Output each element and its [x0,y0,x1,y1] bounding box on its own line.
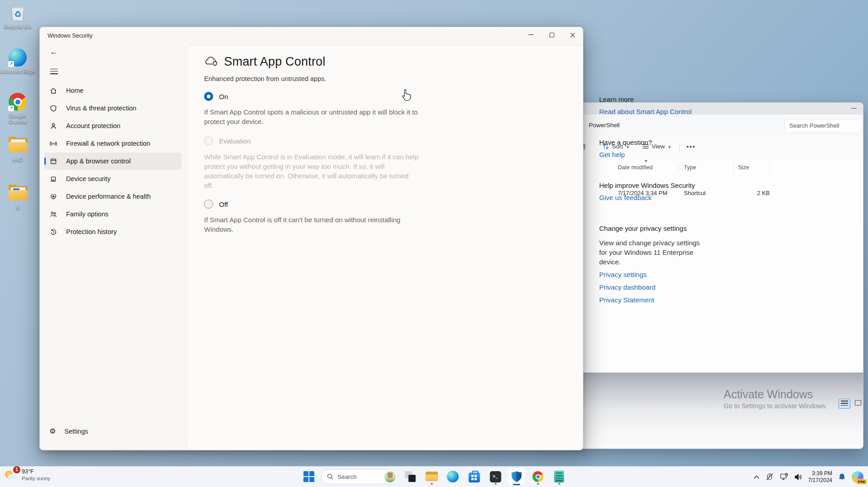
column-header-size[interactable]: Size [738,164,749,171]
speaker-icon[interactable] [794,473,802,481]
radio-option-off[interactable]: Off [204,200,419,209]
svg-text:♻: ♻ [14,10,21,19]
close-button[interactable] [562,27,583,43]
edge-icon [447,471,459,482]
folder-icon [8,137,28,156]
store-icon [468,473,480,482]
folder-icon [425,472,438,482]
nav-item-protection-history[interactable]: Protection history [44,223,181,240]
radio-on-label: On [219,93,228,100]
windows-security-window: Windows Security ← Home Virus & threat p… [39,27,583,450]
radio-option-evaluation: Evaluation [204,136,419,145]
notepad-button[interactable] [550,468,568,486]
icons-view-toggle[interactable] [852,399,864,409]
taskbar-search-input[interactable]: Search [321,469,398,484]
start-button[interactable] [300,468,318,486]
radio-off-label: Off [219,201,228,208]
gear-icon: ⚙ [49,428,56,435]
desktop-icon-s[interactable]: S [0,184,35,211]
radio-on-selected-icon[interactable] [204,92,213,101]
notification-bell-icon[interactable] [838,473,846,481]
desktop-icon-chrome[interactable]: ↗ Google Chrome [0,92,35,125]
terminal-button[interactable]: >_ [486,468,505,486]
desktop-icon-label: Google Chrome [0,113,35,125]
windows-security-button[interactable] [508,468,526,486]
taskbar-center: Search >_ [300,468,568,486]
desktop-icon-label: HxD [0,157,35,163]
radio-evaluation-description: While Smart App Control is in Evaluation… [204,152,419,190]
window-caption-buttons [520,27,583,43]
back-button[interactable]: ← [47,45,61,59]
activate-windows-watermark: Activate Windows [724,388,813,401]
microsoft-store-button[interactable] [465,468,483,486]
recycle-bin-icon: ♻ [8,4,28,23]
tray-time: 3:39 PM [808,470,832,477]
nav-item-app-browser-control[interactable]: App & browser control [44,153,181,170]
family-icon [49,210,57,218]
health-heart-icon [49,193,57,201]
nav-item-account-protection[interactable]: Account protection [44,117,181,134]
minimize-icon[interactable] [851,108,857,109]
content-card: Smart App Control Enhanced protection fr… [186,45,583,450]
laptop-icon [49,175,57,183]
aside-heading-improve: Help improve Windows Security [599,181,702,190]
explorer-search-input[interactable]: Search PowerShell [784,119,862,133]
weather-temperature: 93°F [22,468,50,475]
minimize-button[interactable] [520,27,541,43]
chrome-button[interactable] [529,468,547,486]
network-display-icon[interactable] [780,473,788,481]
aside-heading-privacy: Change your privacy settings [599,224,702,233]
home-icon [49,87,57,95]
maximize-button[interactable] [541,27,562,43]
nav-item-device-security[interactable]: Device security [44,170,181,187]
copilot-button[interactable]: PRE [852,471,863,483]
link-get-help[interactable]: Get help [599,150,702,159]
clock[interactable]: 3:39 PM 7/17/2024 [808,470,832,484]
menu-button[interactable] [47,65,61,79]
desktop-icon-hxd[interactable]: HxD [0,136,35,163]
chrome-icon: ↗ [8,93,28,112]
link-privacy-dashboard[interactable]: Privacy dashboard [599,283,702,292]
taskbar: 1 93°F Partly sunny Search [0,466,868,487]
link-read-about-smart-app-control[interactable]: Read about Smart App Control [599,107,702,116]
edge-button[interactable] [444,468,462,486]
search-placeholder: Search [338,473,381,480]
mouse-slash-icon[interactable] [765,473,774,481]
tray-chevron-up-icon[interactable] [754,475,759,479]
nav-item-settings[interactable]: ⚙ Settings [44,423,186,440]
desktop-icon-label: Recycle Bin [0,24,35,30]
nav-label: Family options [66,210,108,218]
details-view-toggle[interactable] [839,399,850,409]
nav-item-device-performance[interactable]: Device performance & health [44,188,181,205]
desktop: ♻ Recycle Bin ↗ Microsoft Edge ↗ Google … [0,0,868,487]
search-highlight-image [385,471,396,482]
link-give-feedback[interactable]: Give us feedback [599,193,702,202]
nav-label: Protection history [66,228,117,235]
security-shield-icon [511,471,522,482]
help-aside: Learn more Read about Smart App Control … [599,95,702,305]
chrome-icon [533,471,544,482]
notification-badge: 1 [13,466,20,473]
nav-item-virus-threat-protection[interactable]: Virus & threat protection [44,100,181,117]
link-privacy-settings[interactable]: Privacy settings [599,270,702,279]
weather-widget[interactable]: 1 93°F Partly sunny [5,468,50,482]
file-explorer-button[interactable] [423,468,441,486]
nav-item-firewall-network[interactable]: Firewall & network protection [44,135,181,152]
tray-date: 7/17/2024 [808,477,832,484]
desktop-icon-recycle-bin[interactable]: ♻ Recycle Bin [0,4,35,30]
privacy-settings-body: View and change privacy settings for you… [599,238,702,267]
nav-label: Account protection [66,122,120,129]
link-privacy-statement[interactable]: Privacy Statement [599,296,702,305]
weather-icon: 1 [5,468,18,482]
radio-option-on[interactable]: On [204,92,419,101]
edge-icon: ↗ [8,48,28,67]
nav-label: Device security [66,175,110,182]
nav-label: Settings [64,428,88,435]
nav-item-family-options[interactable]: Family options [44,205,181,223]
nav-item-home[interactable]: Home [44,82,181,99]
desktop-icon-edge[interactable]: ↗ Microsoft Edge [0,48,35,75]
radio-off-unselected-icon[interactable] [204,200,213,209]
radio-on-description: If Smart App Control spots a malicious o… [204,107,419,126]
task-view-button[interactable] [401,468,420,486]
radio-evaluation-disabled-icon [204,136,213,145]
